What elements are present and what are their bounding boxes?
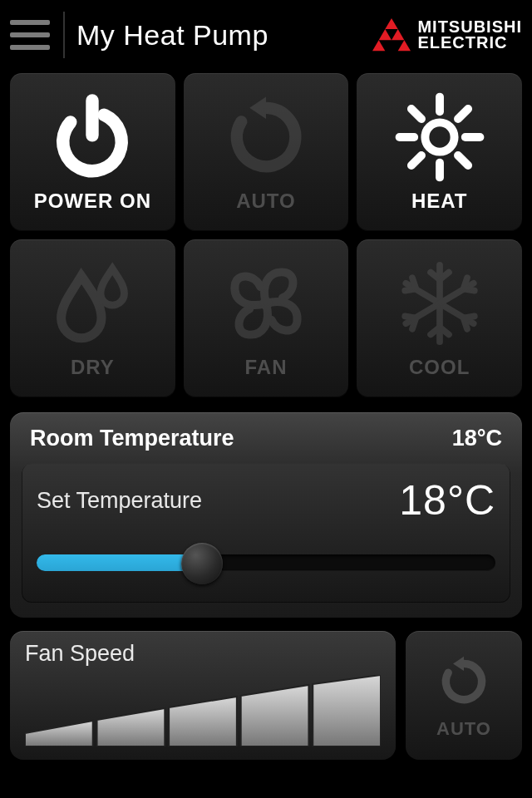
slider-thumb[interactable]: [181, 543, 223, 584]
auto-mode-button[interactable]: AUTO: [184, 73, 349, 231]
svg-marker-5: [372, 40, 385, 51]
temperature-slider[interactable]: [37, 539, 495, 583]
cool-mode-label: COOL: [409, 356, 470, 379]
svg-point-12: [425, 122, 454, 151]
svg-marker-0: [386, 18, 398, 29]
fan-speed-label: Fan Speed: [25, 641, 381, 667]
brand-logo: MITSUBISHI ELECTRIC: [372, 18, 522, 52]
heat-mode-button[interactable]: HEAT: [357, 73, 522, 231]
fan-mode-label: FAN: [244, 356, 287, 379]
svg-line-18: [458, 155, 468, 165]
menu-button[interactable]: [10, 15, 55, 55]
power-label: POWER ON: [34, 190, 151, 213]
auto-mode-label: AUTO: [236, 190, 296, 213]
page-title: My Heat Pump: [76, 19, 372, 52]
room-temp-value: 18°C: [452, 426, 502, 451]
sun-icon: [394, 91, 485, 183]
room-temp-label: Room Temperature: [30, 426, 234, 451]
droplet-icon: [47, 258, 138, 349]
snowflake-icon: [394, 258, 485, 349]
header-divider: [63, 12, 65, 58]
dry-mode-button[interactable]: DRY: [10, 239, 175, 397]
refresh-icon: [434, 652, 494, 715]
svg-marker-6: [398, 40, 411, 51]
svg-marker-30: [453, 656, 464, 670]
fan-speed-panel[interactable]: Fan Speed: [10, 631, 396, 760]
power-button[interactable]: POWER ON: [10, 73, 175, 231]
svg-marker-2: [392, 29, 404, 40]
svg-marker-28: [241, 685, 309, 746]
cool-mode-button[interactable]: COOL: [357, 239, 522, 397]
power-icon: [47, 91, 138, 183]
mitsubishi-logo-icon: [372, 18, 411, 52]
svg-marker-25: [25, 721, 93, 746]
svg-marker-26: [97, 708, 165, 746]
slider-fill: [37, 554, 202, 571]
svg-line-17: [411, 109, 421, 119]
fan-auto-button[interactable]: AUTO: [406, 631, 522, 760]
fan-icon: [220, 258, 312, 349]
svg-line-19: [411, 155, 421, 165]
temperature-panel: Room Temperature 18°C Set Temperature 18…: [10, 412, 522, 618]
set-temp-label: Set Temperature: [37, 488, 202, 514]
heat-mode-label: HEAT: [411, 190, 468, 213]
svg-line-20: [458, 109, 468, 119]
svg-marker-29: [313, 675, 381, 746]
refresh-icon: [220, 91, 312, 183]
brand-text-line2: ELECTRIC: [417, 35, 522, 51]
dry-mode-label: DRY: [71, 356, 115, 379]
fan-speed-bars: [25, 675, 381, 746]
set-temp-value: 18°C: [399, 476, 495, 525]
set-temp-card: Set Temperature 18°C: [22, 463, 510, 603]
fan-auto-label: AUTO: [436, 718, 491, 740]
fan-mode-button[interactable]: FAN: [184, 239, 349, 397]
svg-marker-27: [169, 697, 237, 746]
svg-point-21: [259, 297, 272, 309]
